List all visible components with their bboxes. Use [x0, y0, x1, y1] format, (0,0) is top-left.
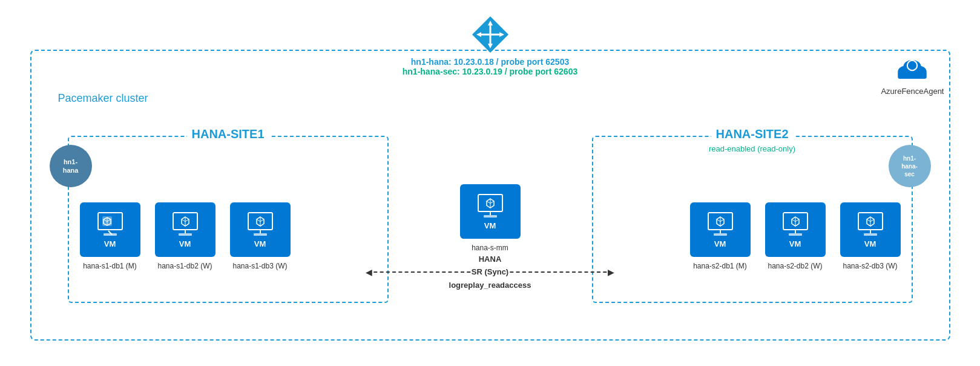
vm-middle: VM hana-s-mm [460, 184, 521, 252]
diagram-container: hn1-hana: 10.23.0.18 / probe port 62503 … [18, 13, 962, 353]
vm-item-s1db1: VM hana-s1-db1 (M) [80, 202, 140, 270]
node-badge-site2: hn1-hana-sec [889, 145, 931, 187]
vm-box-s2db1: VM [690, 202, 751, 257]
vm-label-mm: VM [484, 221, 496, 230]
svg-line-53 [870, 219, 874, 222]
badge-site2-text: hn1-hana-sec [901, 155, 918, 178]
vm-label-s2db2: VM [789, 239, 801, 248]
svg-line-18 [185, 219, 189, 222]
vm-label-s1db1: VM [104, 239, 116, 248]
vm-item-s1db3: VM hana-s1-db3 (W) [230, 202, 291, 270]
svg-line-54 [867, 219, 870, 222]
vm-item-s1db2: VM hana-s1-db2 (W) [155, 202, 215, 270]
vm-box-s1db1: VM [80, 202, 140, 257]
site1-vms: VM hana-s1-db1 (M) VM [80, 202, 291, 270]
svg-rect-56 [864, 233, 877, 236]
vm-name-s1db2: hana-s1-db2 (W) [157, 262, 212, 270]
vm-label-s2db3: VM [864, 239, 876, 248]
svg-point-59 [904, 60, 921, 74]
azure-fence-label: AzureFenceAgent [881, 87, 944, 96]
svg-line-40 [717, 219, 720, 222]
node-badge-site1: hn1-hana [50, 145, 92, 187]
site1-label: HANA-SITE1 [186, 127, 269, 141]
vm-box-mm: VM [460, 184, 521, 239]
vm-label-s1db2: VM [179, 239, 191, 248]
vm-box-s1db2: VM [155, 202, 215, 257]
svg-rect-14 [104, 233, 117, 236]
sr-label-line2: SR (Sync) [472, 266, 508, 278]
svg-rect-28 [254, 233, 267, 236]
vm-name-s1db3: hana-s1-db3 (W) [232, 262, 287, 270]
vm-item-s2db2: VM hana-s2-db2 (W) [765, 202, 826, 270]
svg-line-26 [257, 219, 260, 222]
vm-name-s2db2: hana-s2-db2 (W) [768, 262, 822, 270]
svg-rect-49 [789, 233, 802, 236]
vm-name-s2db1: hana-s2-db1 (M) [693, 262, 747, 270]
vm-box-s2db2: VM [765, 202, 826, 257]
vm-box-s2db3: VM [840, 202, 901, 257]
svg-line-39 [720, 219, 724, 222]
vm-label-s2db1: VM [714, 239, 726, 248]
site2-label: HANA-SITE2 [711, 127, 793, 141]
svg-line-46 [795, 219, 799, 222]
sr-label-line1: HANA [366, 253, 614, 265]
vm-name-s1db1: hana-s1-db1 (M) [83, 262, 137, 270]
svg-line-47 [792, 219, 795, 222]
read-enabled-label: read-enabled (read-only) [709, 144, 795, 153]
svg-line-32 [490, 201, 494, 204]
svg-line-25 [260, 219, 264, 222]
svg-line-19 [182, 219, 185, 222]
pacemaker-cluster: Pacemaker cluster HANA-SITE1 HANA-SITE2 … [30, 50, 950, 341]
svg-line-33 [487, 201, 490, 204]
vm-box-s1db3: VM [230, 202, 291, 257]
svg-rect-60 [898, 72, 927, 79]
azure-fence: AzureFenceAgent [881, 55, 944, 96]
vm-item-s2db1: VM hana-s2-db1 (M) [690, 202, 751, 270]
vm-item-s2db3: VM hana-s2-db3 (W) [840, 202, 901, 270]
svg-rect-35 [484, 215, 497, 218]
badge-site1-text: hn1-hana [63, 158, 79, 175]
hana-sr: HANA ◀ SR (Sync) ▶ logreplay_readaccess [366, 253, 614, 291]
pacemaker-label: Pacemaker cluster [58, 92, 148, 105]
vm-label-s1db3: VM [254, 239, 266, 248]
svg-rect-21 [179, 233, 192, 236]
site2-vms: VM hana-s2-db1 (M) VM [690, 202, 901, 270]
sr-label-line3: logreplay_readaccess [366, 279, 614, 291]
vm-name-mm: hana-s-mm [472, 244, 508, 252]
svg-rect-42 [714, 233, 727, 236]
vm-name-s2db3: hana-s2-db3 (W) [843, 262, 897, 270]
